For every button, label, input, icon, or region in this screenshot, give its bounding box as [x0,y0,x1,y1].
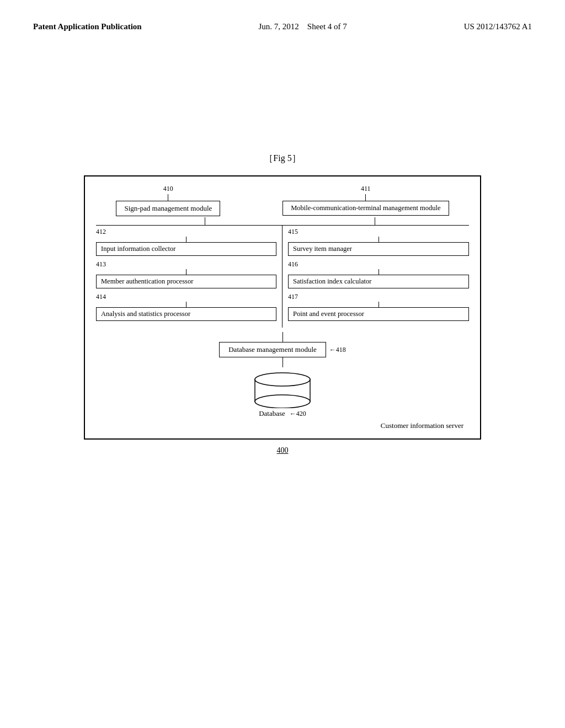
module-411: 411 Mobile-communication-terminal manage… [282,185,449,216]
db-mgmt-num: ←418 [329,346,346,354]
module-412-box: Input information collector [96,242,276,256]
module-413-box: Member authentication processor [96,275,276,288]
database-container: Database ←420 [252,367,313,418]
outer-box: 410 Sign-pad management module 411 Mobil… [84,175,481,440]
page-header: Patent Application Publication Jun. 7, 2… [0,0,565,42]
header-date: Jun. 7, 2012 [258,22,299,31]
module-413-num: 413 [96,260,276,269]
module-411-box: Mobile-communication-terminal management… [282,201,449,216]
module-412-wrapper: 412 Input information collector [96,228,276,256]
db-mgmt-row: Database management module ←418 [219,342,346,357]
four-block: 412 Input information collector 413 Memb… [96,225,469,328]
module-412-num: 412 [96,228,276,236]
customer-server-label: Customer information server [381,421,463,430]
module-414-num: 414 [96,293,276,301]
module-415-box: Survey item manager [288,242,469,256]
module-415-num: 415 [288,228,469,236]
database-num-label: ←420 [290,410,306,418]
diagram-container: 410 Sign-pad management module 411 Mobil… [84,175,481,455]
figure-number-400: 400 [84,446,481,455]
module-413-wrapper: 413 Member authentication processor [96,260,276,288]
vline-411-to-block [375,217,375,225]
header-publication: Patent Application Publication [33,22,142,31]
top-modules: 410 Sign-pad management module 411 Mobil… [96,185,469,216]
module-410-box: Sign-pad management module [116,201,220,216]
module-415-wrapper: 415 Survey item manager [288,228,469,256]
database-symbol [252,370,313,408]
bottom-area: Database management module ←418 Databa [96,332,469,430]
module-414-box: Analysis and statistics processor [96,307,276,321]
module-417-box: Point and event processor [288,307,469,321]
left-column: 412 Input information collector 413 Memb… [96,226,282,328]
figure-title: ［Fig 5］ [0,153,565,164]
vline-410-to-block [205,217,205,225]
right-column: 415 Survey item manager 416 Satisfaction… [282,226,469,328]
module-411-num: 411 [361,185,371,193]
db-mgmt-box: Database management module [219,342,326,357]
connector-410-down [168,194,168,201]
database-label: Database [259,409,285,418]
header-date-sheet: Jun. 7, 2012 Sheet 4 of 7 [258,22,347,31]
connector-411-down [365,194,366,201]
svg-point-2 [255,395,310,408]
module-416-wrapper: 416 Satisfaction index calculator [288,260,469,288]
module-410: 410 Sign-pad management module [116,185,220,216]
connector-dbmgmt-to-db [282,357,283,367]
header-sheet: Sheet 4 of 7 [307,22,347,31]
connector-to-dbmgmt [282,332,283,342]
module-417-wrapper: 417 Point and event processor [288,293,469,321]
module-414-wrapper: 414 Analysis and statistics processor [96,293,276,321]
module-416-box: Satisfaction index calculator [288,275,469,288]
module-416-num: 416 [288,260,469,269]
svg-point-1 [255,373,310,386]
module-410-num: 410 [163,185,173,193]
header-patent-number: US 2012/143762 A1 [464,22,532,31]
module-417-num: 417 [288,293,469,301]
